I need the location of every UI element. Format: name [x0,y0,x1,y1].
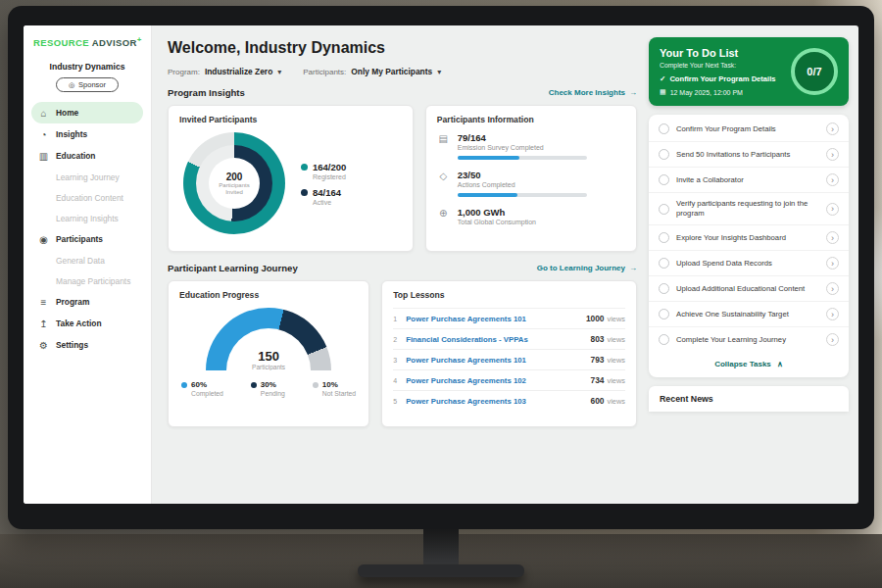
todo-due-label: 12 May 2025, 12:00 PM [670,89,743,96]
lesson-rank: 3 [393,357,406,364]
legend-label: Pending [261,390,285,397]
sidebar-item-insights[interactable]: ◔ Insights [31,123,143,145]
sidebar-item-general-data[interactable]: General Data [31,250,143,270]
lesson-link[interactable]: Financial Considerations - VPPAs [406,335,590,344]
sidebar-item-label: Participants [56,234,103,244]
todo-task-row[interactable]: Achieve One Sustainability Target › [649,301,849,326]
link-label: Go to Learning Journey [537,264,625,272]
go-to-learning-journey-link[interactable]: Go to Learning Journey → [537,264,637,272]
todo-next-task-label: Confirm Your Program Details [669,74,775,83]
todo-task-row[interactable]: Upload Spend Data Records › [649,250,849,275]
todo-task-row[interactable]: Complete Your Learning Journey › [649,326,849,352]
todo-tasks-card: Confirm Your Program Details › Send 50 I… [649,115,849,377]
legend-label: Not Started [322,390,356,397]
task-label: Verify participants requesting to join t… [676,199,819,219]
participants-select[interactable]: Participants: Only My Participants ▾ [303,67,441,76]
todo-task-row[interactable]: Send 50 Invitations to Participants › [649,141,849,167]
chevron-right-icon[interactable]: › [826,308,839,320]
info-value: 79/164 [458,132,587,143]
sidebar-item-take-action[interactable]: ↥ Take Action [31,313,143,334]
lesson-link[interactable]: Power Purchase Agreements 103 [406,397,590,406]
check-more-insights-link[interactable]: Check More Insights → [549,88,637,97]
card-title: Invited Participants [179,115,402,124]
chevron-right-icon[interactable]: › [826,333,839,346]
chevron-right-icon[interactable]: › [826,282,839,295]
task-checkbox[interactable] [659,123,669,134]
sidebar-item-program[interactable]: ≡ Program [31,291,143,313]
task-checkbox[interactable] [659,204,669,215]
task-label: Confirm Your Program Details [676,124,819,134]
chevron-right-icon[interactable]: › [826,173,839,186]
todo-task-row[interactable]: Invite a Collaborator › [649,167,849,192]
task-checkbox[interactable] [659,283,669,294]
task-checkbox[interactable] [659,149,669,160]
collapse-tasks-link[interactable]: Collapse Tasks ∧ [649,352,849,375]
invited-participants-card: Invited Participants 200 Participants In… [168,105,414,252]
gauge-legend: 60% Completed 30% Pending 10% Not Starte… [179,374,358,397]
task-label: Upload Spend Data Records [676,259,819,269]
task-checkbox[interactable] [659,258,669,269]
sidebar-item-education[interactable]: ▥ Education [31,145,143,167]
legend-label: Registered [313,173,346,180]
insights-cards-row: Invited Participants 200 Participants In… [168,105,637,252]
donut-legend: 164/200 Registered 84/164 Active [301,155,346,213]
lesson-link[interactable]: Power Purchase Agreements 101 [406,315,586,323]
donut-center-value: 200 [226,172,243,182]
task-checkbox[interactable] [659,334,669,345]
progress-bar [458,156,587,160]
sidebar-item-home[interactable]: ⌂ Home [31,102,143,123]
legend-value: 30% [261,380,276,389]
sidebar-item-manage-participants[interactable]: Manage Participants [31,270,143,291]
todo-task-row[interactable]: Verify participants requesting to join t… [649,192,849,224]
task-checkbox[interactable] [659,309,669,319]
chevron-right-icon[interactable]: › [826,231,839,244]
sidebar-item-participants[interactable]: ◉ Participants [31,228,143,250]
chevron-right-icon[interactable]: › [826,203,839,216]
gauge-center: 150 Participants [206,349,331,370]
sponsor-badge[interactable]: ◎ Sponsor [56,77,119,92]
todo-task-row[interactable]: Upload Additional Educational Content › [649,275,849,301]
todo-next-task[interactable]: ✓ Confirm Your Program Details [660,74,783,83]
arrow-right-icon: → [629,88,637,97]
donut-center: 200 Participants Invited [209,158,260,209]
task-checkbox[interactable] [659,174,669,185]
lesson-views-unit: views [608,376,625,385]
legend-not-started: 10% Not Started [313,380,356,397]
lesson-row: 5 Power Purchase Agreements 103 600views [393,390,625,411]
chevron-right-icon[interactable]: › [826,257,839,270]
recent-news-card[interactable]: Recent News [649,386,849,412]
lesson-row: 2 Financial Considerations - VPPAs 803vi… [393,328,625,349]
sidebar-item-learning-journey[interactable]: Learning Journey [31,167,143,187]
legend-completed: 60% Completed [181,380,223,397]
participants-select-label: Participants: [303,68,346,76]
progress-bar-fill [458,156,519,160]
logo-secondary: ADVISOR [92,37,137,48]
sidebar-item-learning-insights[interactable]: Learning Insights [31,208,143,228]
chevron-right-icon[interactable]: › [826,122,839,135]
todo-due-date: ▦ 12 May 2025, 12:00 PM [660,88,783,96]
sidebar-item-education-content[interactable]: Education Content [31,187,143,208]
task-label: Invite a Collaborator [676,175,819,185]
sidebar-item-label: Manage Participants [56,276,130,286]
legend-value: 84/164 [313,187,341,198]
chevron-down-icon: ▾ [277,68,281,76]
lesson-link[interactable]: Power Purchase Agreements 102 [406,376,590,385]
legend-registered: 164/200 Registered [301,162,346,180]
sidebar-item-settings[interactable]: ⚙ Settings [31,334,143,356]
insights-icon: ◔ [38,129,49,140]
chevron-right-icon[interactable]: › [826,148,839,161]
task-label: Explore Your Insights Dashboard [676,233,819,243]
participants-information-card: Participants Information ▤ 79/164 Emissi… [425,105,637,252]
sidebar-item-label: Insights [56,129,87,139]
participants-icon: ◉ [38,234,49,245]
task-checkbox[interactable] [659,232,669,243]
program-select[interactable]: Program: Industrialize Zero ▾ [168,67,281,76]
todo-task-row[interactable]: Explore Your Insights Dashboard › [649,224,849,250]
lesson-link[interactable]: Power Purchase Agreements 101 [406,356,590,365]
sidebar-item-label: Settings [56,340,88,350]
lesson-row: 3 Power Purchase Agreements 101 793views [393,349,625,369]
todo-task-row[interactable]: Confirm Your Program Details › [649,117,849,141]
monitor-stand-base [358,564,524,577]
progress-bar [458,193,587,197]
lesson-views: 734 [591,375,605,385]
